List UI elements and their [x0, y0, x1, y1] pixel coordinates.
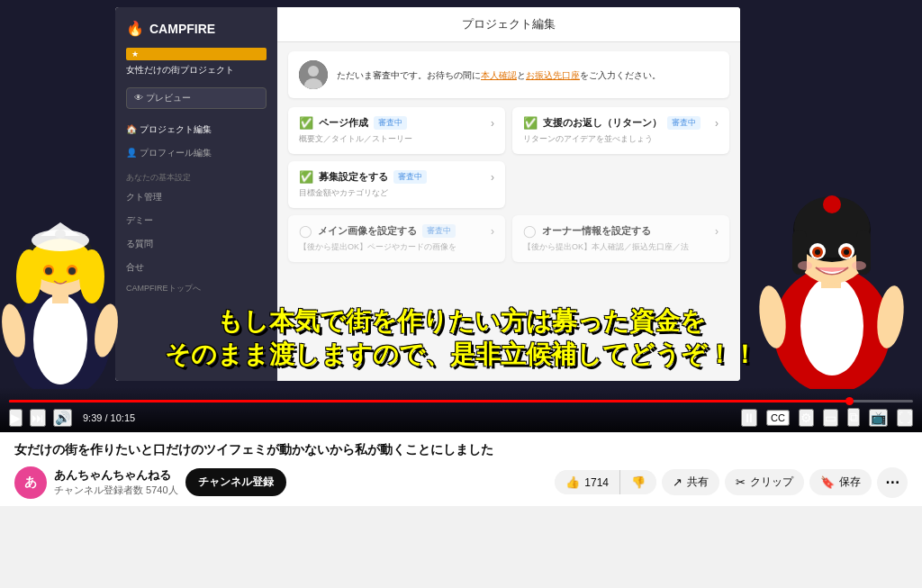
subscribe-button[interactable]: チャンネル登録	[185, 468, 286, 496]
sidebar-item-academy[interactable]: デミー	[115, 209, 277, 232]
channel-name-wrap: あんちゃんちゃんねる チャンネル登録者数 5740人	[54, 467, 178, 497]
svg-point-33	[815, 249, 820, 255]
card-page-create-subtitle: 概要文／タイトル／ストーリー	[299, 133, 494, 145]
card-owner-info[interactable]: ◯ オーナー情報を設定する › 【後から提出OK】本人確認／振込先口座／法	[512, 215, 729, 262]
volume-button[interactable]: 🔊	[53, 409, 72, 427]
sidebar-project-name: 女性だけの街プロジェクト	[115, 62, 277, 84]
settings-icon: ⚙	[800, 411, 812, 425]
sidebar-item-contact[interactable]: 合せ	[115, 256, 277, 279]
card-main-image-circle: ◯	[299, 224, 312, 238]
play-icon: ▶	[11, 411, 21, 425]
dislike-button[interactable]: 👎	[620, 470, 656, 494]
svg-point-35	[798, 261, 812, 270]
sidebar-item-project-edit[interactable]: 🏠 プロジェクト編集	[115, 118, 277, 141]
channel-name[interactable]: あんちゃんちゃんねる	[54, 467, 178, 484]
share-button[interactable]: ↗ 共有	[662, 469, 719, 495]
current-time: 9:39	[83, 412, 102, 423]
subtitle-line2: そのまま渡しますので、是非立候補してどうぞ！！	[18, 339, 904, 371]
cards-grid: ✅ ページ作成 審査中 › 概要文／タイトル／ストーリー ✅ 支援のお返し（リタ…	[277, 107, 740, 269]
sidebar-item-profile-edit[interactable]: 👤 プロフィール編集	[115, 141, 277, 165]
theater-button[interactable]: ▭	[823, 409, 838, 427]
more-button[interactable]: ⋯	[877, 467, 908, 498]
card-main-image-badge: 審査中	[422, 224, 456, 238]
cast-button[interactable]: 📺	[869, 409, 888, 427]
campfire-page-title: プロジェクト編集	[277, 7, 740, 42]
card-collect-settings-title: 募集設定をする	[319, 170, 388, 184]
volume-icon: 🔊	[55, 411, 70, 425]
svg-point-26	[823, 195, 841, 213]
card-support-return-badge: 審査中	[667, 116, 701, 130]
clip-button[interactable]: ✂ クリップ	[725, 469, 804, 495]
sidebar-item-project-manage[interactable]: クト管理	[115, 185, 277, 209]
like-button[interactable]: 👍 1714	[555, 470, 620, 494]
next-button[interactable]: ⏭	[30, 409, 46, 427]
sidebar-section-basic-settings: あなたの基本設定	[115, 165, 277, 185]
card-main-image-title: メイン画像を設定する	[318, 224, 417, 238]
video-controls: ▶ ⏭ 🔊 9:39 / 10:15 ⏸ CC ⚙	[0, 387, 922, 432]
card-support-return[interactable]: ✅ 支援のお返し（リターン） 審査中 › リターンのアイデアを並べましょう	[512, 107, 729, 154]
card-collect-settings[interactable]: ✅ 募集設定をする 審査中 › 目標金額やカテゴリなど	[288, 161, 505, 208]
card-owner-info-subtitle: 【後から提出OK】本人確認／振込先口座／法	[523, 241, 719, 253]
fullscreen-button[interactable]: ⛶	[897, 409, 913, 427]
identity-confirm-link[interactable]: 本人確認	[481, 70, 517, 80]
card-page-create[interactable]: ✅ ページ作成 審査中 › 概要文／タイトル／ストーリー	[288, 107, 505, 154]
save-label: 保存	[839, 475, 861, 490]
like-count: 1714	[584, 476, 609, 489]
clip-icon: ✂	[736, 475, 746, 489]
total-time: 10:15	[111, 412, 136, 423]
campfire-logo: 🔥 CAMPFIRE	[115, 16, 277, 46]
share-label: 共有	[687, 475, 709, 490]
svg-point-13	[55, 230, 66, 239]
video-title: 女だけの街を作りたいと口だけのツイフェミが動かないから私が動くことにしました	[14, 441, 908, 459]
channel-info: あ あんちゃんちゃんねる チャンネル登録者数 5740人 チャンネル登録	[14, 466, 544, 499]
progress-fill	[9, 400, 850, 403]
subtitle-overlay: もし本気で街を作りたい方は募った資金を そのまま渡しますので、是非立候補してどう…	[0, 298, 922, 378]
card-collect-settings-subtitle: 目標金額やカテゴリなど	[299, 187, 494, 199]
campfire-notice: ただいま審査中です。お待ちの間に本人確認とお振込先口座をご入力ください。	[288, 51, 729, 98]
captions-button[interactable]: CC	[766, 410, 790, 426]
card-main-image-arrow: ›	[491, 225, 494, 238]
sidebar-project-manage-label: クト管理	[126, 191, 162, 204]
progress-bar[interactable]	[9, 400, 913, 403]
subscriber-count: チャンネル登録者数 5740人	[54, 484, 178, 497]
pause-button[interactable]: ⏸	[741, 409, 757, 427]
svg-point-9	[16, 249, 41, 303]
sidebar-item-faq[interactable]: る質問	[115, 232, 277, 256]
like-icon: 👍	[565, 475, 580, 489]
campfire-logo-text: CAMPFIRE	[149, 22, 215, 36]
card-page-create-arrow: ›	[491, 117, 494, 130]
clip-label: クリップ	[750, 475, 793, 490]
card-support-return-check: ✅	[523, 116, 538, 130]
card-owner-info-circle: ◯	[523, 224, 537, 238]
more-icon: ⋯	[885, 474, 899, 491]
card-main-image[interactable]: ◯ メイン画像を設定する 審査中 › 【後から提出OK】ページやカードの画像を	[288, 215, 505, 262]
controls-right: ⏸ CC ⚙ ▭ ⧉ 📺 ⛶	[741, 408, 913, 427]
card-collect-settings-arrow: ›	[491, 171, 494, 184]
card-page-create-title: ページ作成	[319, 116, 368, 130]
svg-point-1	[308, 66, 319, 77]
fullscreen-icon: ⛶	[899, 411, 911, 425]
card-main-image-subtitle: 【後から提出OK】ページやカードの画像を	[299, 241, 494, 253]
card-page-create-badge: 審査中	[374, 116, 407, 130]
save-icon: 🔖	[820, 475, 835, 489]
captions-icon: CC	[768, 412, 788, 424]
settings-button[interactable]: ⚙	[799, 409, 814, 427]
play-button[interactable]: ▶	[9, 409, 23, 427]
miniplayer-button[interactable]: ⧉	[847, 408, 860, 427]
notice-text: ただいま審査中です。お待ちの間に本人確認とお振込先口座をご入力ください。	[337, 68, 661, 82]
pause-icon: ⏸	[743, 411, 755, 425]
theater-icon: ▭	[825, 411, 836, 425]
card-support-return-title: 支援のお返し（リターン）	[543, 116, 662, 130]
user-avatar	[299, 60, 328, 89]
campfire-top-link[interactable]: CAMPFIREトップへ	[115, 279, 277, 298]
campfire-flame-icon: 🔥	[126, 20, 144, 37]
share-icon: ↗	[673, 475, 682, 489]
preview-button[interactable]: 👁 プレビュー	[126, 87, 267, 109]
subtitle-line1: もし本気で街を作りたい方は募った資金を	[18, 305, 904, 338]
card-owner-info-title: オーナー情報を設定する	[542, 224, 651, 238]
video-player[interactable]: 🔥 CAMPFIRE ★ 女性だけの街プロジェクト 👁 プレビュー 🏠 プロジェ…	[0, 0, 922, 432]
sidebar-project-badge: ★	[126, 48, 267, 60]
bank-account-link[interactable]: お振込先口座	[526, 70, 580, 80]
save-button[interactable]: 🔖 保存	[809, 469, 872, 495]
card-owner-info-arrow: ›	[715, 225, 719, 238]
